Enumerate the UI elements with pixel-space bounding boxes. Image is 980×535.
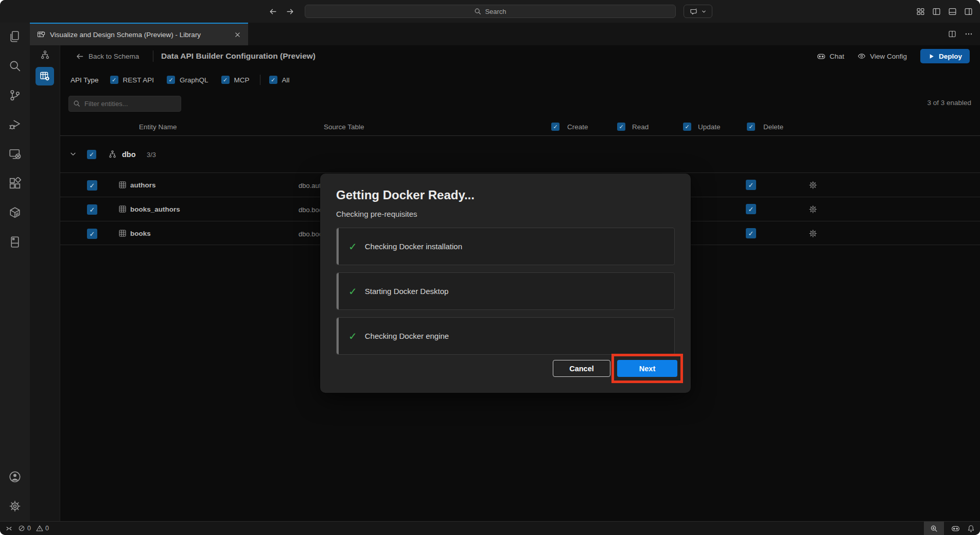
rail-dab-config-icon[interactable]	[36, 67, 54, 85]
delete-all-checkbox[interactable]	[747, 123, 755, 131]
table-icon	[118, 205, 127, 213]
tab-bar: Visualize and Design Schema (Preview) - …	[30, 23, 980, 45]
remote-explorer-icon[interactable]	[9, 148, 21, 160]
col-source-table: Source Table	[324, 123, 364, 131]
col-read: Read	[632, 123, 649, 131]
graphql-checkbox[interactable]	[167, 76, 175, 84]
step-docker-desktop: ✓ Starting Docker Desktop	[336, 272, 675, 310]
filter-search-icon	[73, 100, 80, 107]
view-config-button[interactable]: View Config	[857, 52, 907, 60]
toggle-panel-icon[interactable]	[948, 7, 957, 16]
table-icon	[118, 181, 127, 189]
title-bar: Search	[0, 0, 980, 23]
step-docker-installation: ✓ Checking Docker installation	[336, 228, 675, 265]
mcp-checkbox[interactable]	[221, 76, 230, 84]
tab-title: Visualize and Design Schema (Preview) - …	[50, 31, 201, 39]
delete-checkbox[interactable]	[746, 204, 756, 214]
api-type-filter-row: API Type REST API GraphQL MCP All	[71, 73, 303, 87]
vscode-window: Search Visualize and Design Schema (Prev	[0, 0, 980, 535]
read-all-checkbox[interactable]	[617, 123, 625, 131]
status-bar: 0 0	[0, 521, 980, 535]
source-control-icon[interactable]	[9, 89, 21, 101]
copilot-chat-icon	[690, 7, 698, 15]
row-settings-gear-icon[interactable]	[809, 205, 817, 214]
nav-forward-icon[interactable]	[286, 7, 294, 16]
more-actions-icon[interactable]	[965, 30, 973, 38]
row-settings-gear-icon[interactable]	[809, 181, 817, 189]
designer-rail	[30, 45, 60, 521]
copilot-status-icon[interactable]	[951, 524, 960, 533]
delete-checkbox[interactable]	[746, 228, 756, 238]
entity-name: books	[130, 230, 151, 237]
close-icon[interactable]	[234, 31, 241, 38]
search-label: Search	[485, 8, 506, 15]
row-checkbox[interactable]	[87, 229, 97, 239]
database-projects-icon[interactable]	[9, 236, 21, 248]
rest-api-checkbox[interactable]	[110, 76, 118, 84]
back-to-schema-link[interactable]: Back to Schema	[76, 49, 139, 63]
toggle-primary-sidebar-icon[interactable]	[932, 7, 941, 16]
rail-schema-designer-icon[interactable]	[36, 45, 54, 64]
schema-group-row[interactable]: dbo 3/3	[60, 136, 980, 172]
docker-icon[interactable]	[9, 206, 21, 219]
explorer-icon[interactable]	[9, 30, 21, 43]
zoom-indicator[interactable]	[924, 522, 944, 535]
toggle-secondary-sidebar-icon[interactable]	[964, 7, 973, 16]
schema-icon	[108, 150, 117, 159]
problems-indicator[interactable]: 0 0	[18, 525, 49, 532]
command-center-search[interactable]: Search	[305, 5, 676, 18]
chevron-down-icon[interactable]	[69, 150, 77, 158]
chat-button[interactable]: Chat	[817, 52, 845, 61]
extensions-icon[interactable]	[9, 177, 21, 189]
tab-visualize-design-schema[interactable]: Visualize and Design Schema (Preview) - …	[30, 23, 248, 45]
api-option-graphql[interactable]: GraphQL	[167, 76, 208, 84]
api-option-rest[interactable]: REST API	[110, 76, 154, 84]
api-options-divider	[260, 75, 260, 85]
check-icon: ✓	[348, 330, 357, 342]
check-icon: ✓	[348, 285, 357, 298]
row-settings-gear-icon[interactable]	[809, 229, 817, 238]
customize-layout-icon[interactable]	[916, 7, 925, 16]
api-option-mcp[interactable]: MCP	[221, 76, 250, 84]
chat-label: Chat	[830, 53, 845, 60]
play-icon	[928, 53, 935, 60]
dialog-title: Getting Docker Ready...	[336, 188, 475, 202]
group-checkbox[interactable]	[87, 150, 96, 159]
group-count: 3/3	[147, 151, 156, 159]
run-debug-icon[interactable]	[9, 118, 21, 131]
col-update: Update	[698, 123, 721, 131]
api-option-all[interactable]: All	[269, 76, 290, 84]
error-circle-icon	[18, 525, 25, 532]
entity-name: books_authors	[130, 205, 180, 213]
arrow-left-icon	[76, 53, 84, 60]
account-icon[interactable]	[9, 471, 21, 483]
create-all-checkbox[interactable]	[551, 123, 559, 131]
copilot-menu-button[interactable]	[684, 5, 712, 18]
search-view-icon[interactable]	[9, 60, 21, 72]
row-checkbox[interactable]	[87, 204, 97, 215]
deploy-button[interactable]: Deploy	[920, 49, 970, 63]
nav-back-icon[interactable]	[269, 7, 277, 16]
notifications-bell-icon[interactable]	[967, 525, 975, 532]
filter-entities-input[interactable]	[68, 96, 181, 112]
header-divider	[153, 50, 153, 62]
row-checkbox[interactable]	[87, 180, 97, 191]
next-button[interactable]: Next	[617, 360, 677, 377]
table-header: Entity Name Source Table Create Read Upd…	[60, 120, 980, 136]
all-checkbox[interactable]	[269, 76, 277, 84]
activity-bar	[0, 23, 30, 521]
split-editor-icon[interactable]	[948, 30, 956, 38]
col-entity-name: Entity Name	[139, 123, 177, 131]
page-title: Data API Builder Configuration (Preview)	[161, 51, 316, 61]
delete-checkbox[interactable]	[746, 180, 756, 190]
api-type-label: API Type	[71, 76, 99, 84]
view-config-label: View Config	[870, 53, 907, 60]
remote-indicator-icon[interactable]	[5, 525, 13, 532]
settings-gear-icon[interactable]	[9, 500, 21, 512]
back-label: Back to Schema	[89, 53, 139, 60]
update-all-checkbox[interactable]	[683, 123, 691, 131]
group-name: dbo	[122, 150, 136, 159]
dialog-subtitle: Checking pre-requisites	[336, 210, 417, 218]
cancel-button[interactable]: Cancel	[553, 360, 610, 377]
docker-ready-dialog: Getting Docker Ready... Checking pre-req…	[320, 174, 691, 393]
